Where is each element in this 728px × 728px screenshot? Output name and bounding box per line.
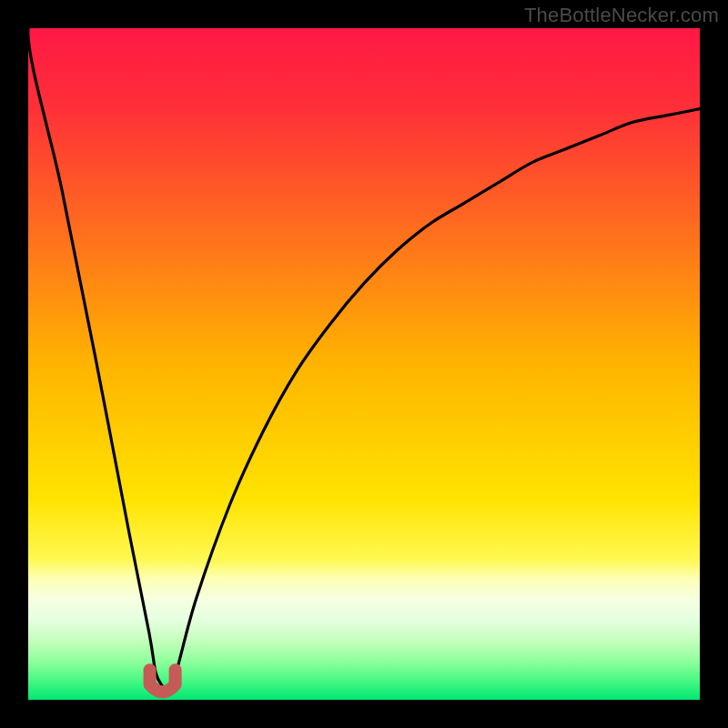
curve-layer xyxy=(28,28,700,700)
bottleneck-curve xyxy=(28,28,700,687)
plot-area xyxy=(28,28,700,700)
minimum-marker xyxy=(150,670,176,692)
chart-frame: TheBottleNecker.com xyxy=(0,0,728,728)
watermark-text: TheBottleNecker.com xyxy=(524,4,719,27)
